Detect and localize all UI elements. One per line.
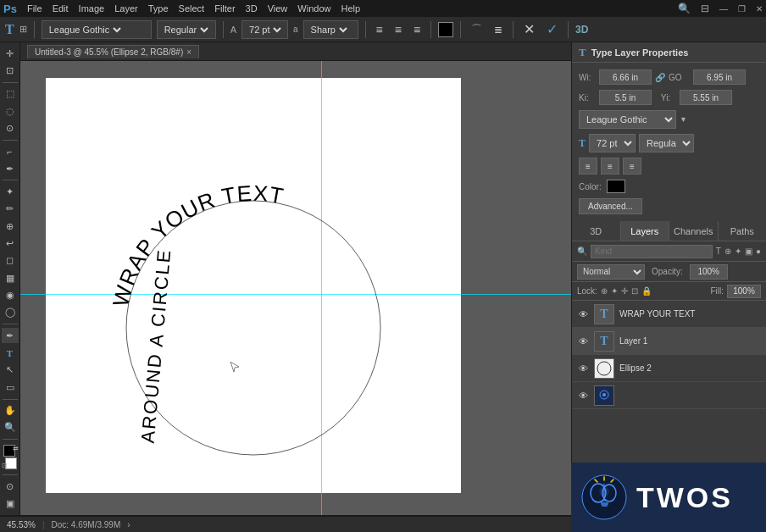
blur-tool[interactable]: ◉ <box>2 287 19 302</box>
document-tab-item[interactable]: Untitled-3 @ 45.5% (Ellipse 2, RGB/8#) × <box>27 45 199 58</box>
font-name-select[interactable]: League Gothic <box>46 24 124 36</box>
quick-select-tool[interactable]: ⊙ <box>2 120 19 136</box>
healing-tool[interactable]: ✦ <box>2 184 19 199</box>
opacity-input[interactable] <box>690 264 728 280</box>
font-name-dropdown[interactable]: League Gothic <box>42 20 152 39</box>
menu-item-layer[interactable]: Layer <box>114 3 138 14</box>
y-input[interactable] <box>680 90 732 105</box>
lock-pixel-icon[interactable]: ✦ <box>611 286 618 296</box>
menu-item-type[interactable]: Type <box>148 3 169 14</box>
dodge-tool[interactable]: ◯ <box>2 305 19 320</box>
anti-alias-dropdown[interactable]: Sharp <box>303 20 358 39</box>
hand-tool[interactable]: ✋ <box>2 402 19 418</box>
cancel-button[interactable]: ✕ <box>520 19 538 39</box>
path-selection-tool[interactable]: ↖ <box>2 363 19 378</box>
move-tool[interactable]: ✛ <box>2 46 19 61</box>
anti-alias-select[interactable]: Sharp <box>308 24 350 36</box>
gradient-tool[interactable]: ▦ <box>2 270 19 285</box>
align-center-button[interactable]: ≡ <box>391 21 405 38</box>
tab-3d[interactable]: 3D <box>572 221 621 241</box>
menu-item-image[interactable]: Image <box>79 3 105 14</box>
lock-move-icon[interactable]: ✛ <box>621 286 628 296</box>
layer-search-options[interactable]: T <box>716 247 721 256</box>
width-input[interactable] <box>599 69 652 85</box>
pen-tool[interactable]: ✒ <box>2 328 19 343</box>
status-arrow[interactable]: › <box>127 520 130 529</box>
layer-search-input[interactable] <box>591 245 713 258</box>
quick-mask-tool[interactable]: ⊙ <box>2 479 19 494</box>
type-tool-icon[interactable]: T <box>5 22 14 37</box>
x-input[interactable] <box>599 90 652 105</box>
type-tool[interactable]: T <box>2 345 19 360</box>
blend-mode-select[interactable]: Normal <box>577 264 645 280</box>
eraser-tool[interactable]: ◻ <box>2 253 19 269</box>
close-icon[interactable]: ✕ <box>756 4 763 14</box>
tab-layers[interactable]: Layers <box>621 221 670 241</box>
zoom-tool[interactable]: 🔍 <box>2 420 19 435</box>
font-style-dropdown[interactable]: Regular <box>157 20 216 39</box>
text-color-swatch[interactable] <box>438 22 453 37</box>
clone-tool[interactable]: ⊕ <box>2 219 19 234</box>
layer-search-opt2[interactable]: ⊕ <box>724 247 731 256</box>
marquee-tool[interactable]: ⬚ <box>2 86 19 102</box>
restore-icon[interactable]: ❐ <box>738 4 746 14</box>
align-left-btn[interactable]: ≡ <box>579 158 597 175</box>
font-family-select[interactable]: League Gothic <box>579 110 676 129</box>
font-style-select2[interactable]: Regular <box>639 134 694 152</box>
warp-text-button[interactable]: ⌒ <box>468 20 486 39</box>
font-size-dropdown[interactable]: 72 pt <box>241 20 288 39</box>
layer-visibility-icon3[interactable]: 👁 <box>577 363 589 374</box>
swap-colors-icon[interactable]: ⇄ <box>13 445 19 452</box>
layer-item-layer1[interactable]: 👁 T Layer 1 <box>572 328 766 355</box>
menu-item-help[interactable]: Help <box>341 3 360 14</box>
menu-item-edit[interactable]: Edit <box>53 3 69 14</box>
font-size-select2[interactable]: 72 pt <box>589 134 636 152</box>
menu-item-3d[interactable]: 3D <box>246 3 258 14</box>
menu-item-filter[interactable]: Filter <box>214 3 235 14</box>
eyedropper-tool[interactable]: ✒ <box>2 161 19 176</box>
menu-item-window[interactable]: Window <box>297 3 330 14</box>
align-center-btn[interactable]: ≡ <box>601 158 619 175</box>
align-right-button[interactable]: ≡ <box>410 21 424 38</box>
history-brush-tool[interactable]: ↩ <box>2 236 19 251</box>
menu-item-file[interactable]: File <box>27 3 42 14</box>
link-icon[interactable]: 🔗 <box>655 73 665 82</box>
reset-colors-icon[interactable]: ⊡ <box>2 462 8 469</box>
lock-artboard-icon[interactable]: ⊡ <box>631 286 638 296</box>
search-icon[interactable]: 🔍 <box>678 3 691 14</box>
tab-paths[interactable]: Paths <box>719 221 767 241</box>
layer-visibility-icon2[interactable]: 👁 <box>577 335 589 347</box>
lock-position-icon[interactable]: ⊕ <box>601 286 608 296</box>
font-style-select[interactable]: Regular <box>161 24 211 36</box>
layer-search-toggle[interactable]: ● <box>756 247 761 256</box>
crop-tool[interactable]: ⌐ <box>2 144 19 159</box>
confirm-button[interactable]: ✓ <box>543 19 561 39</box>
layout-icon[interactable]: ⊟ <box>701 3 709 14</box>
minimize-icon[interactable]: — <box>719 4 728 14</box>
screen-mode-tool[interactable]: ▣ <box>2 496 19 512</box>
fill-input[interactable] <box>727 285 761 298</box>
layer-visibility-icon4[interactable]: 👁 <box>577 390 589 402</box>
font-color-swatch[interactable] <box>607 180 625 193</box>
menu-item-view[interactable]: View <box>268 3 288 14</box>
layer-visibility-icon[interactable]: 👁 <box>577 308 589 320</box>
type-options-icon[interactable]: ⊞ <box>19 24 27 35</box>
height-input[interactable] <box>693 69 746 85</box>
three-d-button[interactable]: 3D <box>575 24 588 36</box>
font-size-select[interactable]: 72 pt <box>246 24 284 36</box>
tab-channels[interactable]: Channels <box>669 221 719 241</box>
document-close-button[interactable]: × <box>186 47 192 57</box>
layer-search-opt3[interactable]: ✦ <box>735 247 741 256</box>
advanced-button[interactable]: Advanced... <box>579 198 642 214</box>
lasso-tool[interactable]: ◌ <box>2 103 19 119</box>
shape-tool[interactable]: ▭ <box>2 380 19 395</box>
align-left-button[interactable]: ≡ <box>373 21 386 38</box>
layer-item-wrap-text[interactable]: 👁 T WRAP YOUR TEXT <box>572 301 766 328</box>
brush-tool[interactable]: ✏ <box>2 202 19 217</box>
layer-item-twos[interactable]: 👁 ​ <box>572 382 766 409</box>
layer-item-ellipse2[interactable]: 👁 Ellipse 2 <box>572 355 766 382</box>
layer-search-opt4[interactable]: ▣ <box>745 247 752 256</box>
character-panel-button[interactable]: ≣ <box>491 22 506 37</box>
menu-item-select[interactable]: Select <box>179 3 205 14</box>
artboard-tool[interactable]: ⊡ <box>2 63 19 78</box>
